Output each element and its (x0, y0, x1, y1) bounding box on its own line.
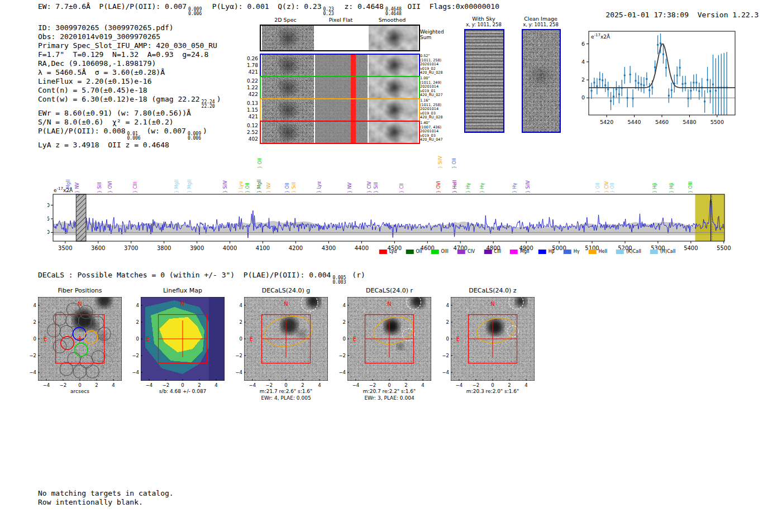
x-tick-label: 5500 (717, 245, 731, 251)
compass-east: E (44, 336, 47, 342)
y-tick-label: 4 (336, 303, 346, 308)
line-marker-SiIV: } SiIV (526, 180, 531, 193)
data-point (613, 95, 614, 97)
with-sky-image (464, 29, 504, 133)
line-fit-inset-svg: 542054405460548055000246 (581, 27, 748, 131)
y-tick-label: −4 (27, 370, 36, 375)
flat-red-stripe (351, 77, 356, 98)
legend-item: HeII (589, 249, 608, 254)
noise-blob (262, 99, 314, 121)
x-tick-label: 0 (178, 382, 187, 388)
x-tick-label: 4 (315, 382, 324, 388)
stacked-fraction: 0.46480.4648 (385, 7, 402, 16)
data-point (671, 89, 673, 91)
legend-swatch (616, 250, 624, 254)
line-marker-Lyα: } Lyα (239, 181, 244, 193)
data-point (616, 89, 617, 90)
line-marker-NV: } NV (75, 183, 80, 193)
legend-swatch (457, 250, 465, 254)
footer-line-2: Row intentionally blank. (38, 498, 174, 507)
dark-source-blob (298, 329, 307, 338)
smooth-blob (369, 26, 418, 50)
line-marker-OII: } OII (245, 183, 250, 193)
x-tick-label: −2 (368, 382, 377, 388)
text-segment: z: 0.4648 (336, 2, 384, 11)
x-tick-label: 4 (522, 382, 531, 388)
info-line-6: λ = 5460.5Å σ = 3.60(±0.28)Å (38, 68, 221, 77)
spec2d-row-box (260, 121, 420, 144)
x-tick-label: 3700 (124, 245, 138, 251)
row-left-labels: 0.12 2.52 402 (246, 122, 258, 142)
x-tick-label: 2 (195, 382, 204, 388)
legend-swatch (564, 250, 571, 254)
x-tick-label: −2 (59, 382, 68, 388)
info-line-9: Cont(w) = 6.30(±0.12)e-18 (gmag 22.2222.… (38, 95, 221, 109)
clean-smudge (523, 61, 560, 92)
spec2d-cell-noisy (262, 122, 314, 143)
cutout-panels: Fiber PositionsNE−4−4−2−2002244arcsecsLi… (0, 284, 782, 401)
flat-red-stripe (351, 122, 356, 143)
line-marker-OVI: } OVI (108, 181, 113, 193)
data-point (630, 74, 631, 75)
y-tick-label: −2 (440, 353, 449, 358)
line-marker-CIII: } CIII (133, 182, 138, 193)
data-point (602, 79, 603, 81)
legend-swatch (538, 250, 546, 254)
spec2d-cell-white (315, 26, 368, 50)
data-point (590, 90, 592, 92)
x-tick-label: 4000 (223, 245, 237, 251)
spec2d-cell-smooth (369, 99, 418, 121)
compass-north: N (78, 301, 82, 307)
compass-east: E (456, 336, 460, 342)
line-marker-OII: } OII (285, 183, 290, 193)
x-tick-label: 4200 (289, 245, 303, 251)
cutout-xlabel-1: m:20.3 re:2.0" s:1.6" (442, 389, 543, 394)
highlight-band (695, 194, 724, 241)
x-tick-label: −4 (145, 382, 154, 388)
spectrum-legend: LyαOIIOIIICIVCIIIMgIIHβHγHeII(K)CaII(H)C… (379, 249, 676, 254)
line-marker-OII: } OII (452, 158, 457, 169)
y-tick-label: −2 (130, 353, 139, 358)
y-tick-label: 4 (130, 303, 139, 308)
legend-item: CIII (484, 249, 501, 254)
text-segment: LyA z = 3.4918 OII z = 0.4648 (38, 141, 169, 149)
x-tick-label: −4 (455, 382, 464, 388)
text-segment: Primary Spec_Slot_IFU_AMP: 420_030_050_R… (38, 41, 217, 50)
stacked-fraction: 0.0090.006 (188, 7, 202, 16)
legend-swatch (650, 250, 658, 254)
line-marker-OIII: } OIII (688, 181, 693, 193)
masked-region (76, 194, 86, 241)
spec2d-cell-flat (315, 99, 368, 121)
legend-label: MgII (520, 249, 530, 254)
line-marker-HeII: } HeII (452, 180, 457, 193)
data-point (695, 82, 697, 83)
legend-label: (H)CaII (660, 249, 675, 254)
line-marker-SiII: } SiII (374, 182, 379, 193)
spec2d-cell-noisy (262, 77, 314, 98)
cutout-svg: NE (451, 297, 535, 381)
cutout-xlabel-1: m:21.7 re:2.6" s:1.6" (236, 389, 336, 394)
y-tick-label: −4 (233, 370, 242, 375)
legend-swatch (431, 250, 439, 254)
info-line-4: F=1.7" T=0.129 N=1.32 A=0.93 g=24.8 (38, 50, 221, 59)
line-marker-Lyα: } Lyα (317, 181, 322, 193)
x-tick-label: 0 (75, 382, 84, 388)
text-segment: Obs: 20201014v019_3009970265 (38, 32, 160, 41)
line-marker-Hγ: } Hγ (466, 183, 471, 193)
stacked-fraction: 0.230.23 (323, 7, 334, 16)
data-point (627, 97, 628, 99)
with-sky-panel: With Sky x, y: 1011, 258 (462, 16, 505, 27)
spec2d-row-box (260, 25, 420, 51)
spacer (689, 11, 698, 19)
data-point (632, 98, 634, 99)
spec2d-cell-smooth (369, 26, 418, 50)
y-tick-label: −2 (27, 353, 36, 358)
row-left-labels: 0.22 1.22 422 (246, 78, 258, 98)
data-point (643, 84, 645, 86)
smooth-blob (369, 122, 418, 143)
data-point (657, 44, 659, 46)
line-marker-OII: } OII (595, 183, 600, 193)
line-marker-SiII: } SiII (97, 182, 102, 193)
y-tick-label: 2 (27, 319, 36, 325)
text-segment: F=1.7" T=0.129 N=1.32 A=0.93 g=24.8 (38, 50, 208, 59)
